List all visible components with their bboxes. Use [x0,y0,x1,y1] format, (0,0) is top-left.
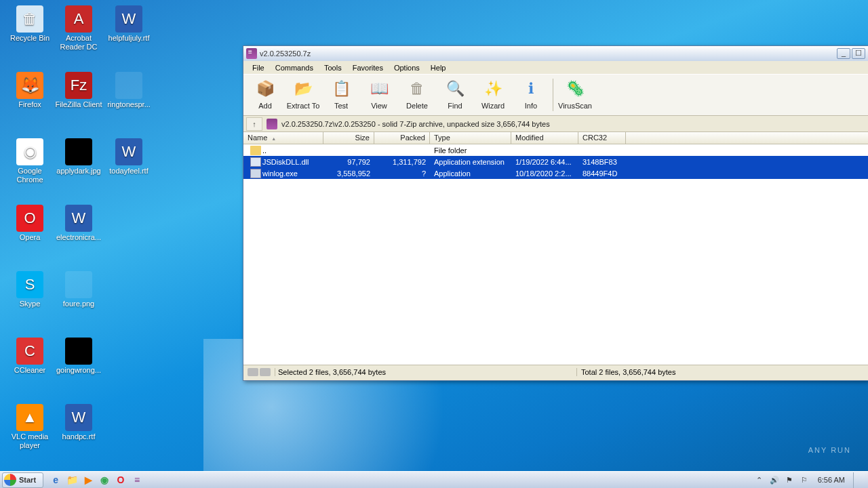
list-header[interactable]: Name Size Packed Type Modified CRC32 [243,132,868,144]
desktop-icon-ccleaner[interactable]: CCCleaner [5,338,54,375]
view-icon: 📖 [368,77,391,100]
icon-label: VLC media player [5,432,54,450]
status-icon [248,368,258,376]
archive-icon [267,119,277,129]
col-packed[interactable]: Packed [374,132,430,144]
menu-file[interactable]: File [248,62,269,73]
ql-player[interactable]: ▶ [81,473,96,487]
file-row[interactable]: JSDiskDLL.dll97,7921,311,792Application … [243,156,868,167]
handpc-icon: W [65,404,92,431]
desktop-icon-chrome[interactable]: ◉Google Chrome [5,138,54,184]
delete-button[interactable]: 🗑Delete [398,76,436,114]
tray-sound-icon[interactable]: 🔊 [769,474,780,485]
tray-chev-icon[interactable]: ⌃ [754,474,765,485]
toolbar: 📦Add📂Extract To📋Test📖View🗑Delete🔍Find✨Wi… [243,74,868,116]
icon-label: Google Chrome [5,167,54,184]
file-row[interactable]: ..File folder [243,144,868,156]
desktop-icon-foure[interactable]: foure.png [54,271,103,308]
ie-icon: e [48,473,63,487]
desktop-icon-filezilla[interactable]: FzFileZilla Client [54,72,103,109]
desktop-icon-opera[interactable]: OOpera [5,205,54,242]
desktop-icon-vlc[interactable]: ▲VLC media player [5,404,54,450]
virusscan-button[interactable]: 🦠VirusScan [556,76,594,114]
desktop-icon-recycle-bin[interactable]: 🗑Recycle Bin [5,5,54,43]
find-button[interactable]: 🔍Find [436,76,474,114]
ql-chrome[interactable]: ◉ [97,473,112,487]
icon-label: Opera [5,233,54,242]
col-name[interactable]: Name [243,132,323,144]
winrar-window: v2.0.253250.7z _ ☐ FileCommandsToolsFavo… [243,45,868,381]
icon-label: goingwrong... [54,366,103,375]
desktop-icon-ringtones[interactable]: ringtonespr... [104,72,153,109]
foure-icon [65,271,92,298]
menu-favorites[interactable]: Favorites [348,62,388,73]
desktop-icon-handpc[interactable]: Whandpc.rtf [54,404,103,441]
col-crc[interactable]: CRC32 [578,132,626,144]
menu-help[interactable]: Help [426,62,451,73]
desktop-icon-goingwrong[interactable]: goingwrong... [54,338,103,375]
ql-ie[interactable]: e [48,473,63,487]
desktop-icon-acrobat[interactable]: AAcrobat Reader DC [54,5,103,52]
app-icon [246,48,257,59]
menu-tools[interactable]: Tools [319,62,347,73]
col-size[interactable]: Size [323,132,374,144]
pathbar: ↑ v2.0.253250.7z\v2.0.253250 - solid 7-Z… [243,116,868,132]
ql-opera[interactable]: O [113,473,128,487]
up-button[interactable]: ↑ [246,117,262,131]
path-text[interactable]: v2.0.253250.7z\v2.0.253250 - solid 7-Zip… [281,120,550,128]
wizard-button[interactable]: ✨Wizard [474,76,512,114]
tray-security-icon[interactable]: ⚑ [784,474,795,485]
icon-label: applydark.jpg [54,167,103,176]
view-button[interactable]: 📖View [360,76,398,114]
file-name: winlog.exe [262,169,298,178]
statusbar: Selected 2 files, 3,656,744 bytes Total … [243,365,868,378]
desktop-icon-applydark[interactable]: applydark.jpg [54,138,103,176]
menu-commands[interactable]: Commands [271,62,318,73]
toolbar-label: Extract To [284,102,322,110]
desktop-icon-helpfuljuly[interactable]: Whelpfuljuly.rtf [104,5,153,43]
ql-winrar[interactable]: ≡ [130,473,144,487]
col-modified[interactable]: Modified [511,132,578,144]
desktop-icon-firefox[interactable]: 🦊Firefox [5,72,54,109]
icon-label: CCleaner [5,366,54,375]
toolbar-label: Info [512,102,550,110]
file-row[interactable]: winlog.exe3,558,952?Application10/18/202… [243,167,868,179]
file-type: File folder [430,146,511,155]
toolbar-label: Wizard [474,102,512,110]
window-title: v2.0.253250.7z [260,49,311,58]
chrome-icon: ◉ [16,138,43,165]
add-button[interactable]: 📦Add [246,76,284,114]
tray-flag-icon[interactable]: ⚐ [799,474,810,485]
desktop-icon-skype[interactable]: SSkype [5,271,54,308]
quick-launch: e📁▶◉O≡ [48,473,144,487]
firefox-icon: 🦊 [16,72,43,99]
icon-label: ringtonespr... [104,100,153,109]
goingwrong-icon [65,338,92,365]
desktop-icon-electronicra[interactable]: Welectronicra... [54,205,103,242]
find-icon: 🔍 [443,77,467,100]
icon-label: foure.png [54,300,103,308]
info-button[interactable]: ℹInfo [512,76,550,114]
system-tray: ⌃🔊⚑⚐6:56 AM [751,472,868,488]
titlebar[interactable]: v2.0.253250.7z _ ☐ [243,46,868,61]
menu-options[interactable]: Options [389,62,425,73]
ql-explorer[interactable]: 📁 [64,473,79,487]
skype-icon: S [16,271,43,298]
file-type: Application extension [430,158,511,166]
extract-icon: 📂 [292,77,315,100]
helpfuljuly-icon: W [115,5,142,33]
toolbar-label: VirusScan [556,102,594,110]
start-button[interactable]: Start [2,472,43,488]
test-button[interactable]: 📋Test [322,76,360,114]
col-type[interactable]: Type [430,132,511,144]
file-list[interactable]: ..File folderJSDiskDLL.dll97,7921,311,79… [243,144,868,365]
show-desktop-button[interactable] [853,472,865,488]
recycle-bin-icon: 🗑 [16,5,43,33]
clock[interactable]: 6:56 AM [814,476,849,484]
file-crc: 3148BF83 [578,158,626,166]
maximize-button[interactable]: ☐ [852,48,865,59]
minimize-button[interactable]: _ [837,48,850,59]
extract-button[interactable]: 📂Extract To [284,76,322,114]
vlc-icon: ▲ [16,404,43,431]
desktop-icon-todayfeel[interactable]: Wtodayfeel.rtf [104,138,153,176]
